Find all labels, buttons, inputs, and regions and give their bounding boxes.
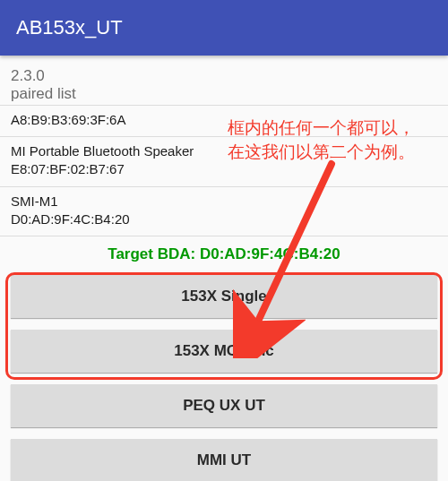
device-name: SMI-M1 bbox=[11, 193, 437, 210]
paired-list-label: paired list bbox=[11, 85, 437, 103]
target-bda-label: Target BDA: D0:AD:9F:4C:B4:20 bbox=[11, 245, 437, 263]
version-text: 2.3.0 bbox=[11, 66, 437, 85]
device-mac: E8:07:BF:02:B7:67 bbox=[11, 160, 437, 178]
app-bar: AB153x_UT bbox=[0, 0, 448, 56]
device-mac: D0:AD:9F:4C:B4:20 bbox=[11, 210, 437, 228]
app-title: AB153x_UT bbox=[16, 16, 123, 39]
153x-mcsync-button[interactable]: 153X MCSync bbox=[11, 330, 437, 373]
content-area: 2.3.0 paired list A8:B9:B3:69:3F:6A MI P… bbox=[0, 56, 448, 481]
divider bbox=[0, 236, 448, 236]
list-item[interactable]: MI Portable Bluetooth Speaker E8:07:BF:0… bbox=[11, 137, 437, 186]
device-name: A8:B9:B3:69:3F:6A bbox=[11, 111, 437, 129]
list-item[interactable]: A8:B9:B3:69:3F:6A bbox=[11, 106, 437, 136]
153x-single-button[interactable]: 153X Single bbox=[11, 275, 437, 318]
peq-ux-ut-button[interactable]: PEQ UX UT bbox=[11, 384, 437, 427]
device-name: MI Portable Bluetooth Speaker bbox=[11, 142, 437, 160]
list-item[interactable]: SMI-M1 D0:AD:9F:4C:B4:20 bbox=[11, 187, 437, 236]
mmi-ut-button[interactable]: MMI UT bbox=[11, 439, 437, 481]
